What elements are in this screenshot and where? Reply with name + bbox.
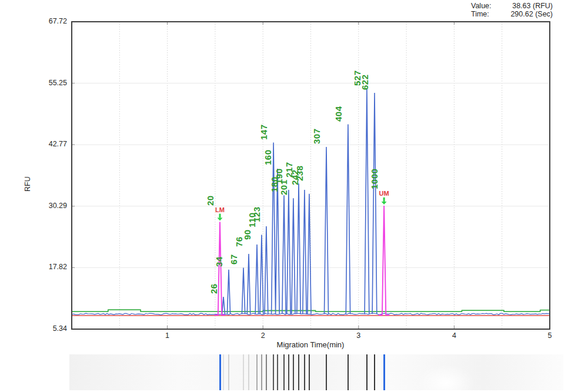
peak-label-1000: 1000 xyxy=(370,169,379,189)
y-tick-label: 67.72 xyxy=(31,17,67,25)
y-tick-label: 5.34 xyxy=(31,324,67,333)
peak-label-160: 160 xyxy=(263,149,273,165)
peak-label-90: 90 xyxy=(243,229,252,240)
gel-band-147 xyxy=(273,354,275,390)
gel-band-404 xyxy=(348,354,349,390)
gel-band-190 xyxy=(288,354,290,390)
gel-band-110 xyxy=(261,354,262,390)
gel-band-67 xyxy=(243,354,244,390)
x-tick-label: 1 xyxy=(156,331,179,340)
peak-label-201: 201 xyxy=(279,180,289,196)
gel-band-26 xyxy=(223,354,224,390)
gel-band-90 xyxy=(256,354,258,390)
marker-label-LM: LM xyxy=(211,206,229,213)
x-tick-label: 2 xyxy=(251,331,275,340)
y-tick-label: 30.29 xyxy=(31,202,67,210)
peak-label-34: 34 xyxy=(215,256,224,267)
gel-band-160 xyxy=(277,354,279,390)
gel-band-527 xyxy=(366,354,368,390)
peak-label-147: 147 xyxy=(259,124,269,140)
peak-label-67: 67 xyxy=(229,254,239,264)
y-tick-label: 55.25 xyxy=(31,79,67,87)
gel-band-123 xyxy=(266,354,267,390)
gel-band-180 xyxy=(283,354,285,390)
x-tick-label: 4 xyxy=(442,331,466,340)
gel-view-strip xyxy=(69,354,563,390)
peak-label-238: 238 xyxy=(295,165,305,181)
gel-band-34 xyxy=(228,354,229,390)
gel-band-20 xyxy=(219,354,221,390)
gel-band-622 xyxy=(374,354,376,390)
x-tick-label: 3 xyxy=(347,331,370,340)
peak-label-404: 404 xyxy=(334,106,343,122)
peak-label-307: 307 xyxy=(312,129,322,145)
gel-band-238 xyxy=(309,354,310,390)
gel-band-307 xyxy=(326,354,328,390)
peak-label-123: 123 xyxy=(252,207,262,223)
electropherogram-window: Value: 38.63 (RFU) Time: 290.62 (Sec) RF… xyxy=(0,0,588,392)
gel-band-76 xyxy=(248,354,249,390)
x-tick-label: 5 xyxy=(538,331,562,340)
peak-label-622: 622 xyxy=(360,74,370,90)
gel-band-217 xyxy=(298,354,300,390)
peak-label-26: 26 xyxy=(209,283,219,294)
electropherogram-plot[interactable] xyxy=(0,0,588,392)
gel-band-1000 xyxy=(383,354,385,390)
peak-label-20: 20 xyxy=(206,195,215,206)
y-tick-label: 17.82 xyxy=(31,263,67,271)
gel-band-242 xyxy=(304,354,306,390)
y-tick-label: 42.77 xyxy=(31,140,67,148)
marker-label-UM: UM xyxy=(375,190,393,197)
plot-cursor-area[interactable] xyxy=(72,22,550,329)
gel-band-201 xyxy=(293,354,295,390)
